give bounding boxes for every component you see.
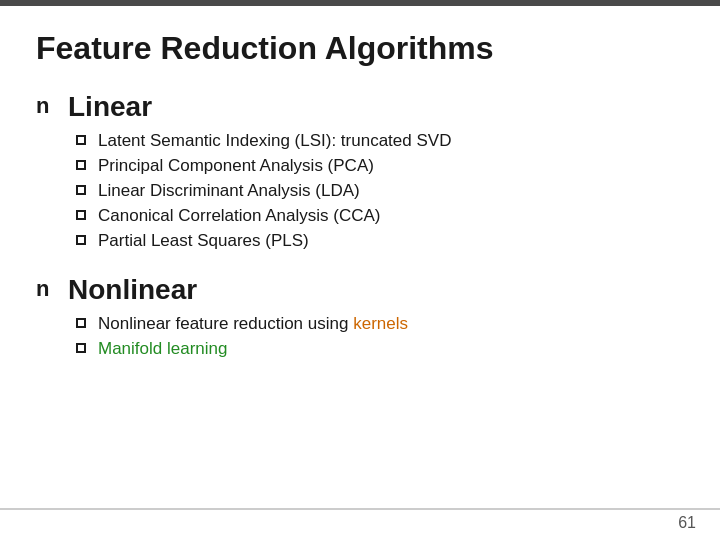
list-item: Principal Component Analysis (PCA) (76, 156, 684, 176)
linear-bullet: n (36, 93, 54, 119)
list-item: Manifold learning (76, 339, 684, 359)
linear-item-3: Linear Discriminant Analysis (LDA) (98, 181, 360, 201)
nonlinear-list: Nonlinear feature reduction using kernel… (76, 314, 684, 359)
square-bullet-icon (76, 343, 86, 353)
content: Feature Reduction Algorithms n Linear La… (0, 0, 720, 364)
square-bullet-icon (76, 160, 86, 170)
square-bullet-icon (76, 185, 86, 195)
page-number: 61 (678, 514, 696, 532)
nonlinear-section: n Nonlinear Nonlinear feature reduction … (36, 274, 684, 364)
top-border (0, 0, 720, 6)
linear-item-5: Partial Least Squares (PLS) (98, 231, 309, 251)
linear-section: n Linear Latent Semantic Indexing (LSI):… (36, 91, 684, 256)
nonlinear-item-1: Nonlinear feature reduction using kernel… (98, 314, 408, 334)
slide-title: Feature Reduction Algorithms (36, 30, 684, 67)
list-item: Partial Least Squares (PLS) (76, 231, 684, 251)
square-bullet-icon (76, 135, 86, 145)
nonlinear-item-1-highlight: kernels (353, 314, 408, 333)
linear-item-2: Principal Component Analysis (PCA) (98, 156, 374, 176)
nonlinear-content: Nonlinear Nonlinear feature reduction us… (68, 274, 684, 364)
linear-item-4: Canonical Correlation Analysis (CCA) (98, 206, 381, 226)
nonlinear-heading: Nonlinear (68, 274, 684, 306)
linear-item-1: Latent Semantic Indexing (LSI): truncate… (98, 131, 451, 151)
nonlinear-item-2: Manifold learning (98, 339, 227, 359)
square-bullet-icon (76, 318, 86, 328)
linear-content: Linear Latent Semantic Indexing (LSI): t… (68, 91, 684, 256)
nonlinear-item-1-before: Nonlinear feature reduction using (98, 314, 353, 333)
list-item: Nonlinear feature reduction using kernel… (76, 314, 684, 334)
list-item: Canonical Correlation Analysis (CCA) (76, 206, 684, 226)
bottom-border (0, 508, 720, 510)
nonlinear-bullet: n (36, 276, 54, 302)
slide: Feature Reduction Algorithms n Linear La… (0, 0, 720, 540)
list-item: Latent Semantic Indexing (LSI): truncate… (76, 131, 684, 151)
square-bullet-icon (76, 235, 86, 245)
linear-heading: Linear (68, 91, 684, 123)
list-item: Linear Discriminant Analysis (LDA) (76, 181, 684, 201)
linear-list: Latent Semantic Indexing (LSI): truncate… (76, 131, 684, 251)
square-bullet-icon (76, 210, 86, 220)
